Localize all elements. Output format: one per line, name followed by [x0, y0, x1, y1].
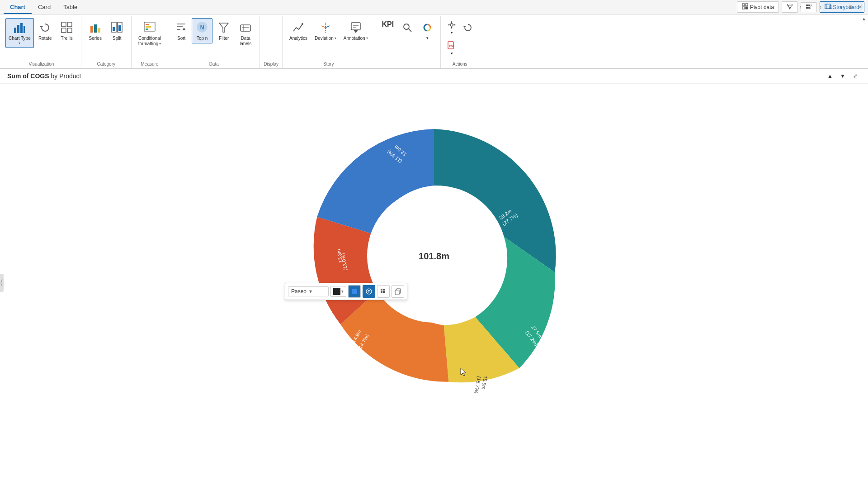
pdf-chevron: ▾ — [451, 51, 453, 56]
font-name: Paseo — [291, 288, 307, 295]
svg-rect-63 — [381, 289, 382, 291]
cluster-button[interactable] — [782, 1, 798, 13]
sidebar-toggle[interactable] — [0, 274, 4, 292]
visualization-group: Chart Type ▾ Rotate — [2, 16, 81, 68]
win-btn-3[interactable]: ↕ — [816, 3, 825, 11]
tab-card[interactable]: Card — [32, 1, 57, 14]
svg-marker-41 — [219, 23, 228, 32]
win-btn-7[interactable]: ✕ — [856, 3, 864, 11]
win-btn-6[interactable]: ⊞ — [846, 3, 854, 11]
search-button[interactable] — [398, 18, 417, 37]
svg-point-45 — [302, 23, 303, 25]
refresh-button[interactable] — [461, 21, 475, 34]
top-n-icon: N — [195, 20, 209, 35]
pivot-icon — [742, 3, 748, 11]
cluster-icon — [787, 3, 793, 11]
win-btn-2[interactable]: ↓ — [807, 3, 815, 11]
kpi-button[interactable]: KPI — [379, 18, 397, 31]
svg-rect-22 — [61, 28, 66, 33]
chart-area: 101.8m 28.2m (27.7%) 17.5m (17.2%) 15.9m… — [0, 84, 868, 482]
grid-view-button[interactable] — [377, 285, 390, 298]
svg-point-56 — [450, 24, 453, 26]
copy-button[interactable] — [392, 285, 404, 298]
filter-icon — [217, 20, 231, 35]
split-button[interactable]: Split — [107, 18, 127, 43]
pivot-data-button[interactable]: Pivot data — [737, 1, 779, 13]
svg-line-47 — [321, 26, 326, 28]
annotation-icon — [349, 20, 363, 35]
export-button[interactable] — [363, 285, 375, 298]
svg-point-6 — [792, 5, 793, 6]
svg-rect-68 — [395, 290, 399, 295]
category-group-label: Category — [85, 60, 127, 68]
svg-rect-16 — [17, 25, 19, 33]
highlight-color-button[interactable] — [348, 285, 361, 298]
win-btn-5[interactable]: ≡ — [836, 3, 844, 11]
sort-icon — [174, 20, 189, 35]
tab-table[interactable]: Table — [57, 1, 84, 14]
series-button[interactable]: Series — [85, 18, 106, 43]
sort-asc-button[interactable]: ▲ — [825, 71, 835, 81]
tab-chart[interactable]: Chart — [4, 1, 32, 14]
svg-rect-42 — [241, 25, 250, 31]
conditional-formatting-button[interactable]: Conditional formatting ▾ — [135, 18, 164, 49]
palette-chevron: ▾ — [426, 36, 429, 40]
fit-button[interactable]: ⤢ — [850, 71, 861, 81]
font-selector[interactable]: Paseo ▾ — [288, 286, 329, 296]
svg-rect-2 — [742, 7, 745, 9]
settings-button[interactable]: ▾ — [444, 18, 459, 37]
deviation-icon — [318, 20, 333, 35]
story-group-label: Story — [286, 60, 371, 68]
rotate-button[interactable]: Rotate — [35, 18, 56, 43]
svg-line-48 — [326, 26, 330, 28]
conditional-formatting-icon — [142, 20, 157, 35]
svg-rect-21 — [67, 22, 72, 27]
sort-button[interactable]: Sort — [172, 18, 191, 43]
win-btn-1[interactable]: ↑ — [797, 3, 805, 11]
series-icon — [88, 20, 103, 35]
svg-rect-64 — [383, 289, 385, 291]
annotation-label: Annotation ▾ — [344, 36, 368, 41]
svg-marker-38 — [182, 28, 186, 30]
data-labels-label: Data labels — [240, 36, 251, 47]
svg-rect-24 — [90, 26, 93, 33]
rotate-icon — [38, 20, 52, 35]
svg-rect-1 — [745, 4, 748, 6]
filter-label: Filter — [219, 36, 229, 41]
ribbon-collapse-button[interactable]: ▲ — [862, 16, 866, 21]
annotation-button[interactable]: Annotation ▾ — [340, 18, 371, 43]
svg-rect-0 — [742, 4, 745, 6]
data-labels-button[interactable]: Data labels — [235, 18, 256, 49]
svg-rect-3 — [745, 7, 748, 9]
color-picker-button[interactable]: ▾ — [330, 286, 346, 297]
filter-button[interactable]: Filter — [213, 18, 234, 43]
top-n-button[interactable]: N Top n — [192, 18, 212, 43]
chart-popup: Paseo ▾ ▾ — [285, 283, 407, 300]
split-label: Split — [113, 36, 121, 41]
data-group-label: Data — [172, 60, 256, 68]
win-btn-4[interactable]: ⊡ — [826, 3, 835, 11]
rotate-label: Rotate — [38, 36, 52, 41]
trellis-button[interactable]: Trellis — [57, 18, 77, 43]
svg-rect-33 — [146, 26, 151, 28]
theme-button[interactable]: ▾ — [418, 18, 437, 43]
deviation-button[interactable]: Deviation ▾ — [311, 18, 340, 43]
analytics-button[interactable]: Analytics — [286, 18, 311, 43]
sort-desc-button[interactable]: ▼ — [837, 71, 848, 81]
sort-label: Sort — [177, 36, 185, 41]
svg-rect-17 — [20, 23, 23, 33]
svg-rect-20 — [61, 22, 66, 27]
svg-rect-49 — [351, 23, 360, 30]
series-label: Series — [89, 36, 102, 41]
svg-rect-26 — [98, 28, 100, 33]
copy-icon — [395, 288, 401, 295]
kpi-group: KPI — [375, 16, 441, 68]
chart-type-button[interactable]: Chart Type ▾ — [5, 18, 34, 48]
pdf-button[interactable]: PDF ▾ — [444, 39, 459, 58]
category-group: Series Split Category — [81, 16, 132, 68]
svg-line-54 — [409, 29, 411, 32]
font-selector-chevron: ▾ — [309, 288, 312, 295]
svg-rect-60 — [352, 289, 357, 294]
conditional-formatting-label: Conditional formatting ▾ — [138, 36, 161, 47]
svg-text:PDF: PDF — [449, 45, 454, 48]
